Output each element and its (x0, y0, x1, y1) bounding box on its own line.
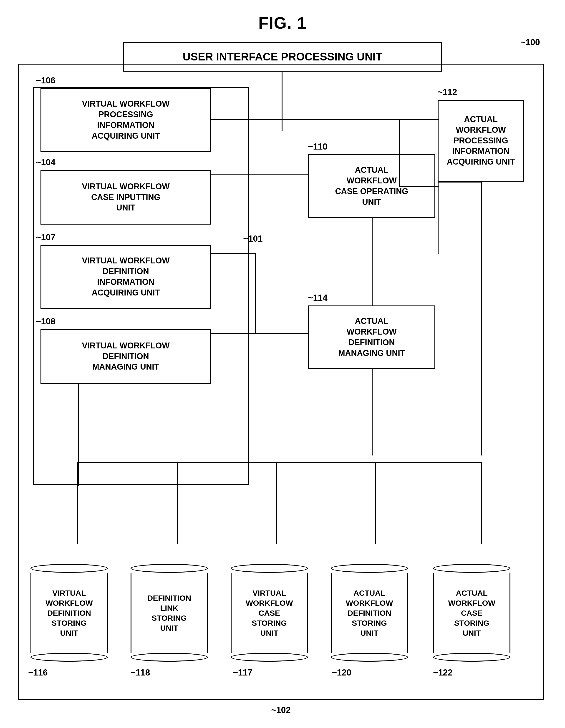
hline-110-114-h (331, 305, 373, 306)
cylinder-120: ACTUALWORKFLOWDEFINITIONSTORINGUNIT (331, 564, 408, 662)
vline-to-cyl122 (481, 462, 482, 544)
hline-bottom-main (77, 462, 482, 463)
vline-112-down (481, 182, 482, 455)
vline-to-cyl118 (177, 462, 178, 544)
vline-112-to-110 (438, 182, 439, 254)
vline-to-cyl120 (375, 462, 376, 544)
inner-container-101: ~106 VIRTUAL WORKFLOWPROCESSINGINFORMATI… (33, 87, 249, 485)
label-120: ~120 (332, 668, 352, 678)
outer-container: ~101 ~106 VIRTUAL WORKFLOWPROCESSINGINFO… (18, 64, 544, 700)
vline-bracket (255, 253, 256, 334)
box-112: ACTUALWORKFLOWPROCESSINGINFORMATIONACQUI… (438, 100, 524, 182)
label-114: ~114 (308, 293, 328, 303)
vline-110-upper (399, 119, 400, 187)
label-116: ~116 (28, 668, 48, 678)
label-100: ~100 (520, 38, 540, 47)
hline-112-right (438, 182, 482, 183)
hline-107-right (210, 253, 256, 254)
box-108: VIRTUAL WORKFLOWDEFINITIONMANAGING UNIT (40, 329, 211, 384)
label-117: ~117 (233, 668, 252, 678)
cylinder-118: DEFINITIONLINKSTORINGUNIT (130, 564, 208, 662)
cylinder-117: VIRTUALWORKFLOWCASESTORINGUNIT (231, 564, 308, 662)
hline-106-right (210, 119, 399, 120)
cylinder-122: ACTUALWORKFLOWCASESTORINGUNIT (433, 564, 510, 662)
page-title: FIG. 1 (0, 0, 565, 41)
hline-110-to-112 (399, 186, 439, 187)
vline-to-cyl117 (276, 462, 277, 544)
box-104: VIRTUAL WORKFLOWCASE INPUTTINGUNIT (40, 170, 211, 225)
label-102: ~102 (271, 705, 291, 715)
hline-108-right (210, 333, 256, 334)
label-118: ~118 (130, 668, 150, 678)
vline-110-to-114 (372, 218, 373, 305)
vline-114-down (372, 369, 373, 455)
label-107: ~107 (36, 233, 55, 242)
label-122: ~122 (433, 668, 453, 678)
label-104: ~104 (36, 158, 55, 167)
label-112: ~112 (438, 87, 457, 97)
box-106: VIRTUAL WORKFLOWPROCESSINGINFORMATIONACQ… (40, 88, 211, 152)
label-110: ~110 (308, 142, 328, 152)
hline-106-to-112 (399, 119, 439, 120)
box-114: ACTUALWORKFLOWDEFINITIONMANAGING UNIT (308, 305, 435, 369)
label-106: ~106 (36, 76, 55, 85)
vline-inner-cyl116 (77, 462, 78, 544)
hline-104-right (210, 174, 308, 175)
cylinder-116: VIRTUALWORKFLOWDEFINITIONSTORINGUNIT (30, 564, 108, 662)
vline-inner-down (78, 384, 79, 486)
box-107: VIRTUAL WORKFLOWDEFINITIONINFORMATIONACQ… (40, 245, 211, 309)
label-108: ~108 (36, 317, 55, 326)
